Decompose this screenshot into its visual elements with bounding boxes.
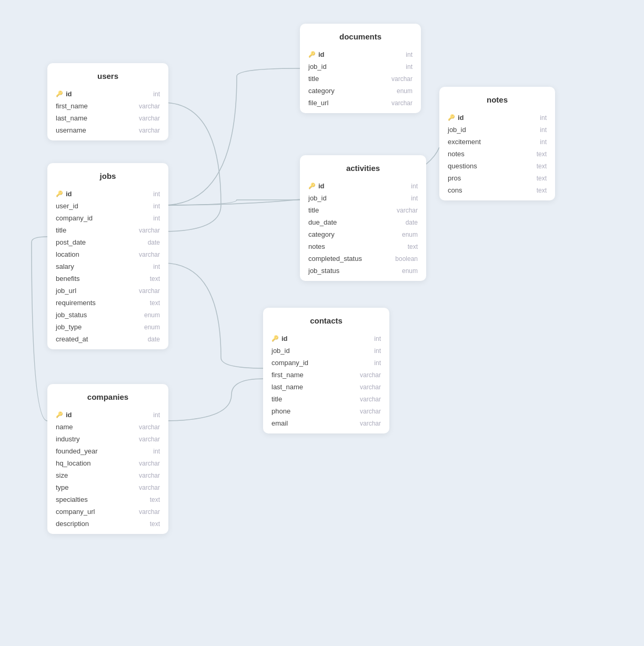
table-row: cons text [439,184,555,196]
table-row: industry varchar [47,433,168,445]
col-name-post-date: post_date [56,238,86,246]
col-type-id: int [406,51,412,58]
col-name-email: email [271,419,288,427]
col-type-id: int [540,114,547,122]
col-type-name: varchar [139,423,160,431]
table-row: 🔑 id int [47,409,168,421]
col-type-description: text [150,520,160,528]
key-icon: 🔑 [56,411,63,418]
col-type-notes: text [408,243,418,250]
table-companies[interactable]: companies 🔑 id int name varchar industry… [47,384,168,534]
col-type-category: enum [402,231,418,238]
col-type-first-name: varchar [139,103,160,110]
key-icon: 🔑 [308,51,316,58]
table-users[interactable]: users 🔑 id int first_name varchar last_n… [47,63,168,140]
table-row: username varchar [47,124,168,136]
col-type-company-url: varchar [139,508,160,516]
col-type-location: varchar [139,251,160,258]
table-row: location varchar [47,248,168,260]
table-row: description text [47,518,168,530]
col-type-email: varchar [360,420,381,427]
col-type-pros: text [537,175,547,182]
table-row: company_url varchar [47,506,168,518]
col-type-benefits: text [150,275,160,282]
col-type-title: varchar [397,207,418,214]
table-row: job_id int [300,60,421,73]
col-name-specialties: specialties [56,496,88,503]
col-name-category: category [308,230,335,238]
table-row: 🔑 id int [300,48,421,60]
table-row: 🔑 id int [439,112,555,124]
key-icon: 🔑 [448,114,455,121]
table-jobs-body: 🔑 id int user_id int company_id int titl… [47,186,168,349]
col-name-job-url: job_url [56,287,76,295]
table-row: hq_location varchar [47,457,168,469]
table-notes-header: notes [439,87,555,109]
table-row: last_name varchar [47,112,168,124]
table-row: pros text [439,172,555,184]
col-type-username: varchar [139,127,160,134]
table-row: post_date date [47,236,168,248]
col-name-company-url: company_url [56,508,95,516]
col-name-questions: questions [448,162,477,170]
table-row: name varchar [47,421,168,433]
col-name-company-id: company_id [271,359,308,367]
table-documents[interactable]: documents 🔑 id int job_id int title varc… [300,24,421,113]
col-type-specialties: text [150,496,160,503]
table-notes[interactable]: notes 🔑 id int job_id int excitement int… [439,87,555,200]
table-row: 🔑 id int [263,332,389,345]
col-name-first-name: first_name [56,102,88,110]
key-icon: 🔑 [56,190,63,197]
col-type-cons: text [537,187,547,194]
table-activities[interactable]: activities 🔑 id int job_id int title var… [300,155,426,281]
col-type-file-url: varchar [391,99,412,107]
col-type-job-id: int [411,195,418,202]
col-name-founded-year: founded_year [56,447,98,455]
col-name-job-id: job_id [448,126,466,134]
col-name-title: title [308,206,319,214]
col-type-title: varchar [360,396,381,403]
col-type-job-status: enum [144,311,160,319]
col-type-completed-status: boolean [395,255,418,263]
col-name-name: name [56,423,73,431]
col-name-requirements: requirements [56,299,96,307]
col-name-created-at: created_at [56,335,88,343]
key-icon: 🔑 [271,335,279,342]
col-type-hq-location: varchar [139,460,160,467]
col-name-title: title [308,75,319,83]
table-users-header: users [47,63,168,86]
table-row: job_status enum [300,265,426,277]
col-name-pros: pros [448,174,461,182]
table-row: category enum [300,85,421,97]
col-type-excitement: int [540,138,547,146]
table-row: email varchar [263,417,389,429]
table-row: title varchar [263,393,389,405]
diagram-canvas: users 🔑 id int first_name varchar last_n… [0,0,644,646]
col-type-id: int [153,411,160,419]
table-row: created_at date [47,333,168,345]
col-type-job-id: int [374,347,381,355]
col-type-company-id: int [374,359,381,367]
col-name-last-name: last_name [56,114,87,122]
table-jobs[interactable]: jobs 🔑 id int user_id int company_id int… [47,163,168,349]
col-type-job-id: int [540,126,547,134]
table-contacts[interactable]: contacts 🔑 id int job_id int company_id … [263,308,389,433]
col-name-id: 🔑 id [271,335,288,342]
col-type-size: varchar [139,472,160,479]
table-row: job_type enum [47,321,168,333]
table-companies-body: 🔑 id int name varchar industry varchar f… [47,407,168,534]
col-name-id: 🔑 id [308,182,325,190]
col-type-questions: text [537,163,547,170]
col-type-founded-year: int [153,448,160,455]
col-type-job-url: varchar [139,287,160,295]
col-name-job-status: job_status [56,311,87,319]
col-type-industry: varchar [139,436,160,443]
table-row: job_status enum [47,309,168,321]
col-type-requirements: text [150,299,160,307]
col-type-due-date: date [406,219,418,226]
col-type-category: enum [397,87,412,95]
table-row: notes text [300,240,426,253]
col-name-industry: industry [56,435,80,443]
col-type-id: int [374,335,381,342]
col-type-job-status: enum [402,267,418,275]
